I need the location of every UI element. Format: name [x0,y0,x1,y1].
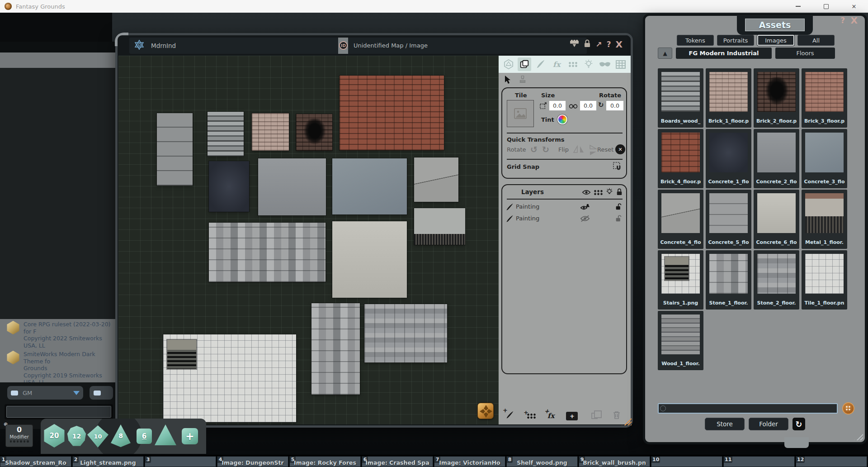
mask-tool-icon[interactable] [598,57,612,71]
effects-tool-icon[interactable] [550,57,563,71]
refresh-icon[interactable]: ↻ [793,418,805,430]
map-tile[interactable] [364,304,447,362]
asset-item[interactable]: Stairs_1.png [658,250,703,310]
asset-item[interactable]: Concrete_4_flo [658,190,703,249]
assets-help-button[interactable]: ? [840,16,845,25]
hotbar-slot[interactable]: 3 [145,456,216,467]
add-effect-layer-icon[interactable]: fx [547,412,554,420]
layer-light-icon[interactable] [605,188,613,198]
maximize-icon[interactable] [812,0,840,13]
tint-color-wheel[interactable] [557,114,567,124]
asset-search-field[interactable] [658,403,838,414]
tiles-tool-icon[interactable] [566,57,580,71]
chat-log[interactable]: Core RPG ruleset (2022-03-20) for F Copy… [0,319,117,382]
asset-item[interactable]: Brick_4_floor.p [658,129,703,188]
visibility-eye-icon[interactable] [582,189,591,197]
size-height-input[interactable] [580,101,596,110]
chat-channel-dropdown[interactable]: GM [7,386,83,400]
asset-item[interactable]: Brick_2_floor.p [754,68,799,128]
hotbar-slot[interactable]: 7Image: VictorianHo [434,456,505,467]
map-tile[interactable] [209,161,249,212]
map-tile[interactable] [332,221,407,298]
map-tile[interactable] [332,158,407,214]
asset-item[interactable]: Stone_1_floor. [706,250,751,310]
layer-tiles-icon[interactable] [594,190,603,195]
map-tile[interactable] [414,208,465,245]
d6-die[interactable]: 6 [137,429,152,444]
share-banner-icon[interactable] [570,40,579,49]
map-canvas[interactable] [118,56,499,424]
popout-icon[interactable]: ↗ [595,40,602,49]
rotate-cw-icon[interactable]: ↻ [542,144,549,154]
hotbar-slot[interactable]: 1Shadow_stream_Ro [0,456,71,467]
help-button[interactable]: ? [607,40,611,49]
folder-up-button[interactable]: ▲ [658,48,672,59]
flip-vertical-icon[interactable] [587,144,597,156]
select-cursor-icon[interactable] [503,75,511,86]
tab-portraits[interactable]: Portraits [717,35,754,46]
asset-item[interactable]: Concrete_6_flo [754,190,799,249]
tab-image-name[interactable]: Unidentified Map / Image [354,42,428,49]
add-paint-layer-icon[interactable] [506,411,514,421]
unlock-icon[interactable] [615,203,622,212]
hotbar-slot[interactable]: 8Shelf_wood.png [506,456,578,467]
add-die-button[interactable]: + [182,428,198,444]
map-tile[interactable] [163,334,296,422]
add-tile-layer-icon[interactable] [527,413,536,419]
asset-item[interactable]: Concrete_5_flo [706,190,751,249]
layer-row[interactable]: Painting [502,202,626,213]
player-visible-icon[interactable] [580,203,590,213]
grid-view-button[interactable] [842,402,854,415]
d4-die[interactable] [155,424,176,446]
dice-tool-icon[interactable] [502,57,515,71]
rotation-input[interactable] [606,101,623,110]
lock-icon[interactable] [584,39,591,49]
modifier-box[interactable]: 0 Modifier [5,424,33,447]
asset-item[interactable]: Boards_wood_ [658,68,703,128]
map-titlebar[interactable]: MdrnInd ID Unidentified Map / Image ↗ ? … [118,35,631,56]
map-tile[interactable] [208,112,244,156]
layer-row[interactable]: Painting [502,214,626,225]
unlock-icon[interactable] [615,214,622,224]
layer-lock-icon[interactable] [616,188,623,197]
map-tile[interactable] [209,223,326,282]
chat-input[interactable] [6,406,111,418]
hidden-eye-icon[interactable] [580,215,590,224]
chat-mode-button[interactable] [90,386,113,400]
lighting-tool-icon[interactable] [582,57,595,71]
asset-item[interactable]: Brick_1_floor.p [706,68,751,128]
grid-snap-magnet-icon[interactable] [613,162,623,173]
copy-layer-icon[interactable] [591,413,598,419]
map-tile[interactable] [311,303,360,395]
tab-tokens[interactable]: Tokens [677,35,714,46]
paint-tool-icon[interactable] [534,57,547,71]
layers-tool-icon[interactable] [518,57,531,71]
asset-item[interactable]: Concrete_2_flo [754,129,799,188]
d12-die[interactable]: 12 [67,426,86,447]
map-tile[interactable] [157,113,193,186]
map-tile[interactable] [414,157,458,202]
map-tile[interactable] [340,76,444,150]
hotbar-slot[interactable]: 11 [723,456,795,467]
asset-item[interactable]: Brick_3_floor.p [802,68,847,128]
store-button[interactable]: Store [705,418,745,430]
tab-all[interactable]: All [797,35,835,46]
d20-die[interactable]: 20 [43,424,66,448]
minimize-icon[interactable] [784,0,812,13]
hotbar-slot[interactable]: 2Light_stream.png [72,456,144,467]
link-icon[interactable] [568,102,578,111]
hotbar-slot[interactable]: 5Image: Rocky Fores [289,456,361,467]
hotbar-slot[interactable]: 10 [651,456,722,467]
rotate-ccw-icon[interactable]: ↺ [530,144,538,154]
stamp-icon[interactable] [519,76,527,86]
hotbar-slot[interactable]: 6Image: Crashed Spa [362,456,433,467]
flip-horizontal-icon[interactable] [573,145,585,155]
assets-close-button[interactable]: X [851,15,858,26]
breadcrumb-module[interactable]: FG Modern Industrial [676,48,772,59]
add-folder-icon[interactable]: + [566,412,578,420]
map-tile[interactable] [296,114,332,151]
breadcrumb-folder[interactable]: Floors [775,48,835,59]
tab-images[interactable]: Images [757,35,794,46]
grid-tool-icon[interactable] [614,57,627,71]
asset-item[interactable]: Wood_1_floor. [658,311,703,370]
